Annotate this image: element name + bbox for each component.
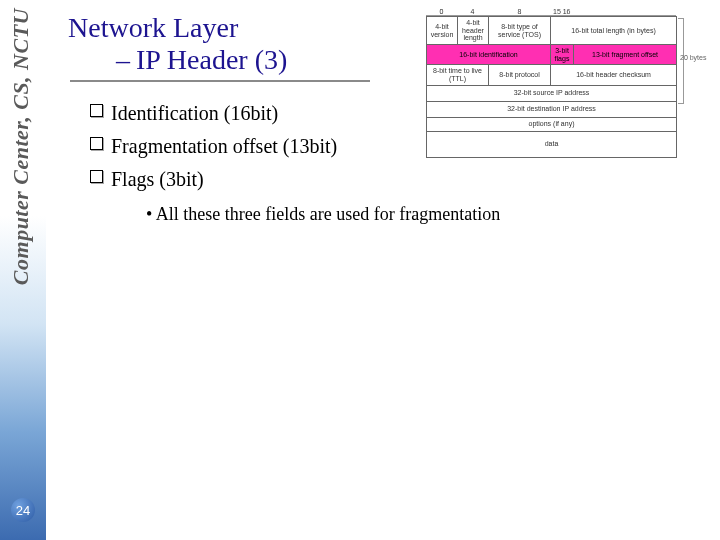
cell-identification: 16-bit identification [427, 45, 551, 65]
table-row: 32-bit source IP address [427, 85, 677, 101]
sidebar: Computer Center, CS, NCTU 24 [0, 0, 46, 540]
table-row: 32-bit destination IP address [427, 101, 677, 117]
bullet-text: Identification (16bit) [111, 98, 278, 129]
cell-tos: 8-bit type of service (TOS) [489, 17, 551, 45]
cell-ttl: 8-bit time to live (TTL) [427, 65, 489, 85]
title-subtitle: IP Header (3) [136, 44, 287, 75]
cell-src-ip: 32-bit source IP address [427, 85, 677, 101]
cell-flags: 3-bit flags [551, 45, 574, 65]
brace-20bytes [678, 18, 684, 104]
cell-protocol: 8-bit protocol [489, 65, 551, 85]
bullet-text: Flags (3bit) [111, 164, 204, 195]
title-dash: – [116, 44, 129, 75]
cell-options: options (if any) [427, 117, 677, 131]
square-bullet-icon [90, 104, 103, 117]
cell-hlen: 4-bit header length [458, 17, 489, 45]
table-row: 8-bit time to live (TTL) 8-bit protocol … [427, 65, 677, 85]
cell-version: 4-bit version [427, 17, 458, 45]
sidebar-label: Computer Center, CS, NCTU [8, 8, 34, 285]
ip-header-diagram: 0 4 8 15 16 4-bit version 4-bit header l… [426, 8, 716, 158]
sub-bullet: All these three fields are used for frag… [90, 201, 714, 229]
table-row: 4-bit version 4-bit header length 8-bit … [427, 17, 677, 45]
ruler-8: 8 [488, 8, 551, 16]
ip-header-table: 4-bit version 4-bit header length 8-bit … [426, 16, 677, 158]
ruler-0: 0 [426, 8, 457, 16]
list-item: Flags (3bit) [90, 164, 714, 195]
table-row: data [427, 131, 677, 157]
page-number-badge: 24 [11, 498, 35, 522]
cell-frag-offset: 13-bit fragment offset [574, 45, 677, 65]
cell-total-length: 16-bit total length (in bytes) [551, 17, 677, 45]
title-underline [70, 80, 370, 82]
square-bullet-icon [90, 137, 103, 150]
ruler-4: 4 [457, 8, 488, 16]
cell-dst-ip: 32-bit destination IP address [427, 101, 677, 117]
slide-content: 0 4 8 15 16 4-bit version 4-bit header l… [60, 0, 720, 540]
cell-data: data [427, 131, 677, 157]
bit-ruler: 0 4 8 15 16 [426, 8, 676, 16]
side-label-20bytes: 20 bytes [680, 54, 716, 61]
ruler-16: 15 16 [551, 8, 676, 16]
table-row: options (if any) [427, 117, 677, 131]
square-bullet-icon [90, 170, 103, 183]
table-row: 16-bit identification 3-bit flags 13-bit… [427, 45, 677, 65]
bullet-text: Fragmentation offset (13bit) [111, 131, 337, 162]
cell-checksum: 16-bit header checksum [551, 65, 677, 85]
